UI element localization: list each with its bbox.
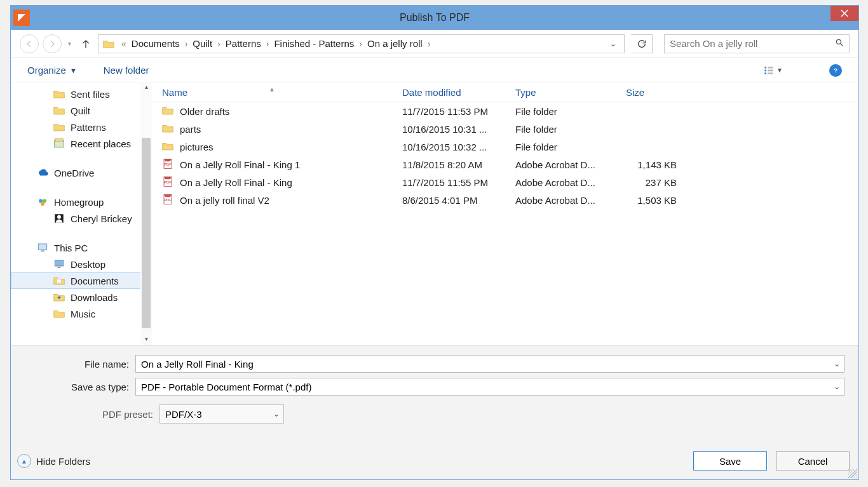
- svg-rect-3: [764, 72, 766, 74]
- svg-text:PDF: PDF: [164, 163, 172, 166]
- tree-item-sent-files[interactable]: Sent files: [11, 86, 152, 102]
- file-row[interactable]: pictures10/16/2015 10:32 ...File folder: [152, 138, 858, 156]
- tree-item-thispc[interactable]: This PC: [11, 239, 152, 256]
- file-type: File folder: [505, 142, 616, 152]
- file-size: 1,503 KB: [616, 195, 692, 206]
- up-button[interactable]: [78, 36, 94, 52]
- file-size: 1,143 KB: [616, 159, 692, 170]
- tree-label: Patterns: [71, 122, 106, 133]
- pdfpreset-row: PDF preset: PDF/X-3 ⌄: [25, 404, 844, 424]
- bottom-pane: File name: On a Jelly Roll Final - King …: [11, 346, 858, 479]
- folder-icon: [102, 37, 115, 50]
- file-row[interactable]: PDFOn a Jelly Roll Final - King 111/8/20…: [152, 156, 858, 173]
- svg-rect-2: [764, 69, 766, 71]
- column-name[interactable]: ▲ Name: [152, 87, 392, 98]
- tree-item-cheryl[interactable]: Cheryl Brickey: [11, 210, 152, 227]
- chevron-down-icon: ⌄: [834, 382, 840, 391]
- view-icon: [764, 65, 774, 76]
- back-button[interactable]: [20, 34, 39, 53]
- breadcrumb-item[interactable]: Documents: [130, 38, 181, 49]
- svg-point-13: [41, 202, 44, 206]
- column-size[interactable]: Size: [616, 87, 692, 98]
- breadcrumb-item[interactable]: On a jelly roll: [366, 38, 424, 49]
- scroll-thumb[interactable]: [142, 138, 151, 328]
- view-menu[interactable]: ▼: [761, 63, 786, 78]
- homegroup-icon: [36, 196, 49, 208]
- tree-item-quilt[interactable]: Quilt: [11, 102, 152, 119]
- tree-item-patterns[interactable]: Patterns: [11, 119, 152, 135]
- organize-label: Organize: [27, 65, 66, 76]
- tree-item-onedrive[interactable]: OneDrive: [11, 164, 152, 181]
- help-button[interactable]: ?: [829, 64, 842, 77]
- file-row[interactable]: parts10/16/2015 10:31 ...File folder: [152, 120, 858, 138]
- filename-input[interactable]: On a Jelly Roll Final - King ⌄: [135, 355, 844, 373]
- svg-rect-1: [764, 67, 766, 69]
- arrow-right-icon: [48, 39, 57, 48]
- tree-item-recent-places[interactable]: Recent places: [11, 135, 152, 152]
- new-folder-button[interactable]: New folder: [104, 65, 149, 76]
- organize-menu[interactable]: Organize ▼: [27, 65, 77, 76]
- nav-bar: ▾ « Documents › Quilt › Patterns › Finis…: [11, 30, 858, 58]
- chevron-down-icon: ⌄: [273, 410, 280, 418]
- tree-label: Desktop: [71, 259, 105, 270]
- file-row[interactable]: Older drafts11/7/2015 11:53 PMFile folde…: [152, 102, 858, 120]
- hide-folders-toggle[interactable]: ▲ Hide Folders: [17, 454, 90, 468]
- svg-text:PDF: PDF: [164, 198, 172, 202]
- tree-scrollbar[interactable]: ▴ ▾: [140, 83, 152, 345]
- saveastype-label: Save as type:: [25, 382, 135, 392]
- chevron-right-icon: ›: [355, 39, 366, 49]
- search-box[interactable]: [664, 34, 850, 53]
- address-bar[interactable]: « Documents › Quilt › Patterns › Finishe…: [98, 34, 625, 53]
- file-row[interactable]: PDFOn a Jelly Roll Final - King11/7/2015…: [152, 173, 858, 191]
- filename-value: On a Jelly Roll Final - King: [141, 359, 254, 370]
- cancel-button[interactable]: Cancel: [776, 451, 850, 470]
- resize-grip[interactable]: [848, 469, 857, 478]
- chevron-down-icon: ▼: [70, 67, 77, 74]
- svg-rect-20: [57, 279, 62, 283]
- folder-tree: Sent files Quilt Patterns Recent places …: [11, 83, 152, 345]
- tree-item-music[interactable]: Music: [11, 305, 152, 322]
- tree-item-desktop[interactable]: Desktop: [11, 256, 152, 272]
- tree-item-downloads[interactable]: Downloads: [11, 289, 152, 305]
- pdfpreset-select[interactable]: PDF/X-3 ⌄: [159, 404, 284, 424]
- close-button[interactable]: [831, 6, 858, 21]
- tree-item-homegroup[interactable]: Homegroup: [11, 194, 152, 210]
- column-type[interactable]: Type: [505, 87, 616, 98]
- svg-text:PDF: PDF: [164, 180, 172, 184]
- file-date: 11/7/2015 11:55 PM: [392, 177, 505, 188]
- svg-rect-10: [55, 139, 63, 142]
- sort-ascending-icon: ▲: [269, 86, 275, 93]
- file-date: 11/7/2015 11:53 PM: [392, 106, 505, 117]
- breadcrumb-item[interactable]: Patterns: [224, 38, 262, 49]
- file-list: ▲ Name Date modified Type Size Older dra…: [152, 83, 858, 345]
- folder-icon: [53, 88, 65, 100]
- file-name: On a Jelly Roll Final - King 1: [180, 159, 300, 170]
- tree-item-documents[interactable]: Documents: [11, 272, 152, 289]
- file-row[interactable]: PDFOn a jelly roll final V28/6/2015 4:01…: [152, 191, 858, 209]
- onedrive-icon: [36, 166, 49, 179]
- window-title: Publish To PDF: [11, 12, 858, 23]
- address-dropdown[interactable]: ⌄: [605, 39, 621, 48]
- forward-button[interactable]: [43, 34, 62, 53]
- documents-icon: [53, 274, 65, 287]
- tree-label: This PC: [54, 243, 88, 253]
- computer-icon: [36, 241, 49, 254]
- folder-icon: [53, 104, 65, 117]
- downloads-icon: [53, 291, 65, 304]
- svg-rect-17: [41, 251, 44, 252]
- refresh-button[interactable]: [631, 34, 653, 53]
- breadcrumb-item[interactable]: Quilt: [191, 38, 214, 49]
- folder-icon: [162, 106, 173, 117]
- history-dropdown[interactable]: ▾: [65, 40, 74, 47]
- column-date[interactable]: Date modified: [392, 87, 505, 98]
- saveastype-select[interactable]: PDF - Portable Document Format (*.pdf) ⌄: [135, 378, 844, 396]
- file-name: On a jelly roll final V2: [180, 195, 269, 206]
- scroll-down-icon: ▾: [140, 335, 152, 345]
- tree-label: Sent files: [71, 89, 110, 100]
- save-button[interactable]: Save: [693, 451, 767, 470]
- file-name: parts: [180, 124, 201, 135]
- breadcrumb-item[interactable]: Finished - Patterns: [273, 38, 355, 49]
- search-input[interactable]: [670, 38, 835, 49]
- file-type: Adobe Acrobat D...: [505, 159, 616, 170]
- pdfpreset-label: PDF preset:: [25, 409, 159, 420]
